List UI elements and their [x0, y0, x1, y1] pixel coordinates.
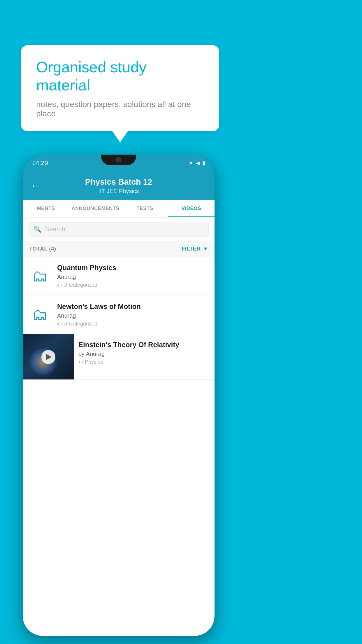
video-tag: 🏷 Uncategorized: [57, 282, 209, 288]
video-title: Quantum Physics: [57, 264, 209, 272]
video-author: by Anurag: [78, 351, 210, 357]
search-bar-container: 🔍 Search: [23, 218, 215, 241]
wifi-icon: ▼: [188, 160, 194, 166]
tag-label: Physics: [85, 359, 103, 365]
video-thumbnail: [23, 334, 74, 379]
page-subtitle: IIT JEE Physics: [31, 188, 206, 195]
search-bar[interactable]: 🔍 Search: [29, 222, 209, 237]
camera: [116, 157, 121, 162]
tab-tests[interactable]: TESTS: [122, 200, 168, 217]
bubble-title: Organised study material: [36, 58, 204, 94]
folder-icon-container: 🗂: [29, 303, 52, 326]
speech-bubble: Organised study material notes, question…: [21, 45, 219, 131]
play-button[interactable]: [41, 350, 55, 364]
thumbnail-glow: [29, 347, 58, 377]
status-bar: 14:29 ▼ ◀ ▮: [23, 155, 215, 172]
back-button[interactable]: ←: [31, 181, 40, 191]
tag-icon: 🏷: [78, 360, 83, 365]
tab-announcements[interactable]: ANNOUNCEMENTS: [69, 200, 122, 217]
tag-label: Uncategorized: [64, 282, 97, 288]
battery-icon: ▮: [202, 160, 205, 166]
tag-icon: 🏷: [57, 321, 62, 327]
page-title: Physics Batch 12: [31, 177, 206, 187]
video-title: Einstein's Theory Of Relativity: [78, 341, 210, 349]
list-item[interactable]: 🗂 Quantum Physics Anurag 🏷 Uncategorized: [23, 257, 215, 295]
video-author: Anurag: [57, 274, 209, 280]
video-title: Newton's Laws of Motion: [57, 302, 209, 311]
filter-button[interactable]: FILTER ▼: [182, 246, 208, 252]
video-tag: 🏷 Uncategorized: [57, 321, 209, 327]
notch: [101, 155, 136, 165]
filter-bar: TOTAL (4) FILTER ▼: [23, 241, 215, 257]
list-item[interactable]: Einstein's Theory Of Relativity by Anura…: [23, 334, 215, 380]
video-info: Newton's Laws of Motion Anurag 🏷 Uncateg…: [57, 302, 209, 327]
phone-frame: 14:29 ▼ ◀ ▮ ← Physics Batch 12 IIT JEE P…: [23, 155, 215, 636]
folder-icon-container: 🗂: [29, 264, 52, 288]
signal-icon: ◀: [196, 160, 200, 166]
clock: 14:29: [32, 159, 48, 167]
status-icons: ▼ ◀ ▮: [188, 160, 205, 166]
tag-label: Uncategorized: [64, 321, 97, 327]
list-item[interactable]: 🗂 Newton's Laws of Motion Anurag 🏷 Uncat…: [23, 295, 215, 334]
folder-icon: 🗂: [32, 268, 48, 284]
bubble-subtitle: notes, question papers, solutions all at…: [36, 100, 204, 118]
filter-label: FILTER: [182, 246, 201, 252]
tab-videos[interactable]: VIDEOS: [168, 200, 215, 217]
search-icon: 🔍: [34, 225, 41, 233]
tag-icon: 🏷: [57, 283, 62, 288]
tabs-bar: MENTS ANNOUNCEMENTS TESTS VIDEOS: [23, 200, 215, 218]
filter-icon: ▼: [203, 246, 208, 252]
folder-icon: 🗂: [32, 307, 48, 323]
tab-ments[interactable]: MENTS: [23, 200, 69, 217]
video-info: Einstein's Theory Of Relativity by Anura…: [74, 334, 215, 372]
video-author: Anurag: [57, 312, 209, 319]
play-icon: [46, 354, 52, 360]
video-info: Quantum Physics Anurag 🏷 Uncategorized: [57, 264, 209, 288]
video-list: 🗂 Quantum Physics Anurag 🏷 Uncategorized…: [23, 257, 215, 636]
total-count: TOTAL (4): [29, 246, 56, 252]
video-tag: 🏷 Physics: [78, 359, 210, 365]
app-header: ← Physics Batch 12 IIT JEE Physics: [23, 172, 215, 200]
phone-screen-content: ← Physics Batch 12 IIT JEE Physics MENTS…: [23, 172, 215, 636]
search-placeholder: Search: [45, 225, 65, 233]
